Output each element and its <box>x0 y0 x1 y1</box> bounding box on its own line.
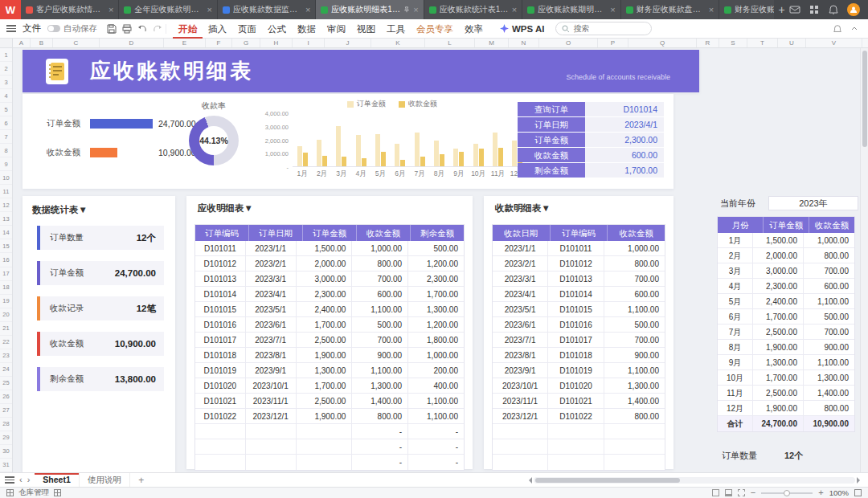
payment-row[interactable]: 2023/8/1 D101018 900.00 <box>493 348 665 363</box>
user-avatar[interactable] <box>847 3 860 16</box>
year-row[interactable]: 7月 2,500.00 700.00 <box>718 325 854 340</box>
year-row[interactable]: 8月 1,900.00 900.00 <box>718 340 854 355</box>
ribbon-tab[interactable]: 插入 <box>203 19 232 39</box>
row-header-12[interactable]: 12 <box>0 198 12 212</box>
ribbon-tab[interactable]: 视图 <box>351 19 381 39</box>
ribbon-tab[interactable]: 工具 <box>381 19 411 39</box>
ribbon-tab[interactable]: 开始 <box>173 19 203 39</box>
column-header-U[interactable]: U <box>778 39 806 47</box>
column-header-N[interactable]: N <box>509 39 539 47</box>
tab-close-icon[interactable] <box>610 6 615 14</box>
save-icon[interactable] <box>107 24 117 34</box>
column-header-E[interactable]: E <box>164 39 206 47</box>
row-header-15[interactable]: 15 <box>0 239 12 253</box>
file-tab[interactable]: 财务应收账款盘点明细表.xl <box>621 0 719 19</box>
column-header-V[interactable]: V <box>806 39 862 47</box>
row-header-22[interactable]: 22 <box>0 336 12 349</box>
notification-icon[interactable] <box>833 24 842 34</box>
receivable-row[interactable]: - - <box>195 455 464 470</box>
file-tab[interactable]: 应收账款统计表1.xlsx <box>424 0 522 19</box>
select-all-corner[interactable] <box>0 39 13 47</box>
receivable-row[interactable]: D101018 2023/8/1 1,900.00 900.00 1,000.0… <box>195 348 464 363</box>
receivable-row[interactable]: - - <box>195 439 464 455</box>
row-header-30[interactable]: 30 <box>0 445 12 459</box>
query-field-value[interactable]: D101014 <box>585 102 664 116</box>
column-header-O[interactable]: O <box>539 39 598 47</box>
zoom-slider-thumb[interactable] <box>784 490 790 496</box>
wps-ai-button[interactable]: WPS AI <box>495 24 549 34</box>
receivable-row[interactable]: D101020 2023/10/1 1,700.00 1,300.00 400.… <box>195 378 464 394</box>
row-header-1[interactable]: 1 <box>0 48 12 62</box>
payment-row[interactable]: 2023/4/1 D101014 600.00 <box>493 287 665 302</box>
ribbon-tab[interactable]: 页面 <box>232 19 262 39</box>
query-field-value[interactable]: 2,300.00 <box>585 133 664 147</box>
autosave-toggle[interactable]: 自动保存 <box>47 23 97 35</box>
message-icon[interactable] <box>789 4 800 15</box>
column-header-C[interactable]: C <box>53 39 100 47</box>
column-header-Q[interactable]: Q <box>628 39 697 47</box>
wps-logo[interactable]: W <box>0 0 21 19</box>
vertical-scrollbar[interactable] <box>860 48 868 472</box>
year-row[interactable]: 9月 1,300.00 1,100.00 <box>718 355 854 370</box>
payment-row[interactable]: 2023/5/1 D101015 1,100.00 <box>493 302 665 317</box>
year-row[interactable]: 6月 1,700.00 500.00 <box>718 309 854 325</box>
workbook-icon[interactable] <box>6 489 14 496</box>
receivable-row[interactable]: D101016 2023/6/1 1,700.00 500.00 1,200.0… <box>195 317 464 333</box>
vertical-scrollbar-thumb[interactable] <box>862 51 867 147</box>
column-header-D[interactable]: D <box>100 39 164 47</box>
column-header-T[interactable]: T <box>747 39 778 47</box>
sheet-tab[interactable]: 使用说明 <box>80 473 130 488</box>
row-header-20[interactable]: 20 <box>0 308 12 322</box>
row-header-4[interactable]: 4 <box>0 89 12 103</box>
row-header-13[interactable]: 13 <box>0 212 12 226</box>
query-field-value[interactable]: 600.00 <box>585 148 664 162</box>
year-row[interactable]: 1月 1,500.00 1,000.00 <box>718 233 854 248</box>
row-header-14[interactable]: 14 <box>0 226 12 239</box>
status-left-text[interactable]: 仓库管理 <box>18 488 49 498</box>
row-header-23[interactable]: 23 <box>0 349 12 363</box>
file-tab[interactable]: 应收账款账期明细1.xlsx <box>522 0 620 19</box>
payment-row[interactable]: 2023/6/1 D101016 500.00 <box>493 317 665 333</box>
tab-close-icon[interactable] <box>413 6 418 14</box>
payment-row[interactable]: 2023/12/1 D101022 800.00 <box>493 409 665 424</box>
year-row[interactable]: 2月 2,000.00 800.00 <box>718 248 854 263</box>
row-header-10[interactable]: 10 <box>0 171 12 185</box>
column-header-L[interactable]: L <box>425 39 475 47</box>
redo-icon[interactable] <box>153 24 162 34</box>
zoom-in-icon[interactable] <box>818 488 823 497</box>
row-header-24[interactable]: 24 <box>0 363 12 377</box>
payment-row[interactable]: 2023/11/1 D101021 1,400.00 <box>493 394 665 409</box>
column-header-S[interactable]: S <box>719 39 747 47</box>
column-header-A[interactable]: A <box>13 39 31 47</box>
file-tab[interactable]: 客户应收账款情况表.xlsx <box>21 0 119 19</box>
sheet-tab[interactable]: Sheet1 <box>35 473 79 488</box>
query-field-value[interactable]: 2023/4/1 <box>585 117 664 132</box>
scroll-left-icon[interactable] <box>526 477 532 484</box>
file-tab[interactable]: 全年应收账款明细表1.xl... <box>119 0 217 19</box>
collapse-ribbon-icon[interactable] <box>850 25 858 33</box>
sheet-list-icon[interactable] <box>5 476 14 484</box>
zoom-slider[interactable] <box>761 492 813 494</box>
row-header-31[interactable]: 31 <box>0 459 12 472</box>
year-row[interactable]: 11月 2,500.00 1,400.00 <box>718 386 854 401</box>
file-tab[interactable]: 应收账款数据监控工具 <box>218 0 316 19</box>
payment-row[interactable]: 2023/9/1 D101019 1,100.00 <box>493 363 665 378</box>
row-header-27[interactable]: 27 <box>0 404 12 418</box>
zoom-level[interactable]: 100% <box>829 488 849 497</box>
tab-close-icon[interactable] <box>305 6 310 14</box>
bell-icon[interactable] <box>828 4 839 15</box>
column-header-F[interactable]: F <box>206 39 232 47</box>
year-row[interactable]: 12月 1,900.00 800.00 <box>718 401 854 416</box>
row-header-3[interactable]: 3 <box>0 76 12 89</box>
row-header-11[interactable]: 11 <box>0 185 12 198</box>
ribbon-tab[interactable]: 效率 <box>459 19 489 39</box>
page-layout-view-icon[interactable] <box>725 489 732 496</box>
apps-grid-icon[interactable] <box>809 4 820 15</box>
year-row[interactable]: 10月 1,700.00 1,300.00 <box>718 370 854 386</box>
normal-view-icon[interactable] <box>712 489 719 496</box>
ribbon-tab[interactable]: 数据 <box>292 19 321 39</box>
receivable-row[interactable]: D101019 2023/9/1 1,300.00 1,100.00 200.0… <box>195 363 464 378</box>
row-header-26[interactable]: 26 <box>0 390 12 404</box>
payment-row[interactable] <box>493 424 665 439</box>
payment-row[interactable]: 2023/10/1 D101020 1,300.00 <box>493 378 665 394</box>
